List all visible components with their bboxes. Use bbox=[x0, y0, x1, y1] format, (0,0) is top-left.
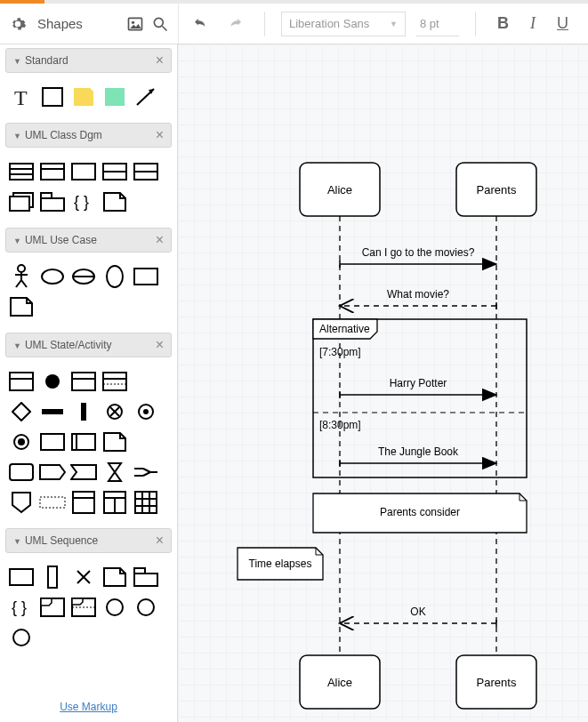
seq-constraint-shape[interactable]: { } bbox=[5, 592, 36, 622]
seq-note-shape[interactable] bbox=[99, 562, 130, 592]
multiobj-shape[interactable] bbox=[5, 187, 36, 217]
category-uml-sequence[interactable]: ▼UML Sequence × bbox=[5, 528, 172, 553]
svg-rect-8 bbox=[10, 164, 33, 180]
actor-shape[interactable] bbox=[5, 261, 36, 292]
activity-line-shape[interactable] bbox=[130, 366, 161, 397]
endpoint2-shape[interactable] bbox=[130, 592, 161, 622]
svg-text:{ }: { } bbox=[74, 193, 89, 211]
message-label: OK bbox=[410, 606, 425, 618]
decision-shape[interactable] bbox=[5, 397, 36, 427]
history-shape[interactable] bbox=[130, 397, 161, 427]
svg-rect-40 bbox=[103, 373, 126, 390]
object-shape[interactable] bbox=[68, 427, 99, 457]
rect-shape[interactable] bbox=[36, 82, 68, 112]
svg-rect-33 bbox=[134, 269, 157, 285]
category-uml-state[interactable]: ▼UML State/Activity × bbox=[5, 333, 172, 357]
state-shape[interactable] bbox=[5, 366, 36, 397]
initial-shape[interactable] bbox=[36, 366, 68, 397]
signal-recv-shape[interactable] bbox=[68, 457, 99, 487]
bold-button[interactable]: B bbox=[492, 14, 514, 33]
simple-rect-shape[interactable] bbox=[68, 156, 99, 187]
action-shape[interactable] bbox=[5, 457, 36, 487]
constraint2-shape[interactable] bbox=[36, 487, 68, 517]
uc-note-shape[interactable] bbox=[5, 292, 36, 322]
hourglass-shape[interactable] bbox=[99, 457, 130, 487]
redo-button[interactable] bbox=[223, 12, 248, 36]
partition3-shape[interactable] bbox=[130, 487, 161, 517]
note-label: Parents consider bbox=[380, 506, 460, 518]
svg-rect-19 bbox=[10, 197, 29, 211]
endpoint3-shape[interactable] bbox=[5, 622, 36, 653]
font-family-select[interactable]: Liberation Sans ▼ bbox=[281, 12, 406, 36]
fragment-shape[interactable] bbox=[36, 592, 68, 622]
font-size-input[interactable] bbox=[416, 12, 459, 36]
category-label: UML State/Activity bbox=[25, 339, 112, 351]
activation-shape[interactable] bbox=[36, 562, 68, 592]
category-uml-usecase[interactable]: ▼UML Use Case × bbox=[5, 228, 172, 253]
category-uml-class[interactable]: ▼UML Class Dgm × bbox=[5, 123, 172, 148]
interface-shape[interactable] bbox=[99, 156, 130, 187]
system-shape[interactable] bbox=[130, 261, 161, 292]
uc-line-shape[interactable] bbox=[36, 292, 68, 322]
offpage-shape[interactable] bbox=[5, 487, 36, 517]
merge-shape[interactable] bbox=[130, 457, 161, 487]
endpoint-circle-shape[interactable] bbox=[99, 592, 130, 622]
diagram-canvas[interactable]: Alice Parents Can I go to the movies? Wh… bbox=[178, 44, 588, 722]
package-shape[interactable] bbox=[36, 187, 68, 217]
partition-shape[interactable] bbox=[68, 487, 99, 517]
datatype-shape[interactable] bbox=[130, 156, 161, 187]
undo-button[interactable] bbox=[188, 12, 213, 36]
rect-green-shape[interactable] bbox=[99, 82, 130, 112]
lifeline-label: Parents bbox=[477, 676, 517, 689]
image-icon[interactable] bbox=[126, 15, 144, 33]
search-icon[interactable] bbox=[151, 15, 169, 33]
usecase-shape[interactable] bbox=[36, 261, 68, 292]
svg-point-86 bbox=[13, 630, 29, 646]
fork-h-shape[interactable] bbox=[36, 397, 68, 427]
fork-v-shape[interactable] bbox=[68, 397, 99, 427]
activity-rect-shape[interactable] bbox=[36, 427, 68, 457]
lifeline-shape[interactable] bbox=[5, 562, 36, 592]
note-shape[interactable] bbox=[99, 187, 130, 217]
category-label: UML Use Case bbox=[25, 234, 97, 246]
act-line-shape[interactable] bbox=[130, 427, 161, 457]
state-rect-shape[interactable] bbox=[68, 366, 99, 397]
svg-point-84 bbox=[107, 599, 123, 615]
gear-icon[interactable] bbox=[9, 15, 27, 33]
class-shape[interactable] bbox=[5, 156, 36, 187]
partition2-shape[interactable] bbox=[99, 487, 130, 517]
boundary-oval-shape[interactable] bbox=[99, 261, 130, 292]
seq-package-shape[interactable] bbox=[130, 562, 161, 592]
flow-final-shape[interactable] bbox=[99, 397, 130, 427]
underline-button[interactable]: U bbox=[552, 14, 574, 33]
close-icon[interactable]: × bbox=[156, 127, 164, 143]
signal-send-shape[interactable] bbox=[36, 457, 68, 487]
close-icon[interactable]: × bbox=[156, 533, 164, 549]
line-shape[interactable] bbox=[130, 187, 161, 217]
category-standard[interactable]: ▼Standard × bbox=[5, 48, 172, 73]
note-label: Time elapses bbox=[249, 558, 312, 570]
act-note-shape[interactable] bbox=[99, 427, 130, 457]
svg-rect-5 bbox=[43, 88, 62, 106]
destroy-shape[interactable] bbox=[68, 562, 99, 592]
arrow-shape[interactable] bbox=[130, 82, 161, 112]
svg-rect-74 bbox=[10, 569, 33, 585]
final-shape[interactable] bbox=[5, 427, 36, 457]
font-family-value: Liberation Sans bbox=[289, 17, 369, 30]
close-icon[interactable]: × bbox=[156, 52, 164, 68]
close-icon[interactable]: × bbox=[156, 337, 164, 353]
usecase-ext-shape[interactable] bbox=[68, 261, 99, 292]
fragment-alt-shape[interactable] bbox=[68, 592, 99, 622]
constraint-shape[interactable]: { } bbox=[68, 187, 99, 217]
class2-shape[interactable] bbox=[36, 156, 68, 187]
text-shape[interactable]: T bbox=[5, 82, 36, 112]
svg-rect-38 bbox=[72, 373, 95, 390]
italic-button[interactable]: I bbox=[525, 14, 541, 33]
note-yellow-shape[interactable] bbox=[68, 82, 99, 112]
close-icon[interactable]: × bbox=[156, 232, 164, 248]
use-markup-link[interactable]: Use Markup bbox=[0, 692, 177, 722]
svg-line-3 bbox=[163, 26, 167, 30]
svg-rect-6 bbox=[105, 88, 125, 106]
state-concurrent-shape[interactable] bbox=[99, 366, 130, 397]
sequence-diagram[interactable]: Alice Parents Can I go to the movies? Wh… bbox=[208, 64, 582, 722]
